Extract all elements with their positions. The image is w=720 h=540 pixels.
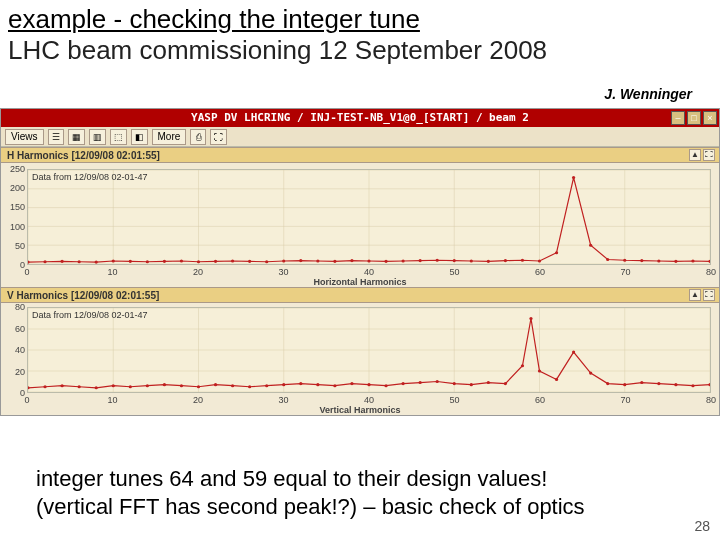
tool-icon-7[interactable]: ⛶ [210, 129, 227, 145]
svg-point-32 [316, 259, 319, 262]
svg-point-78 [163, 383, 166, 386]
svg-point-23 [163, 260, 166, 263]
svg-point-15 [28, 261, 30, 264]
views-dropdown[interactable]: Views [5, 129, 44, 145]
pane-icon[interactable]: ⛶ [703, 289, 715, 301]
svg-point-98 [504, 382, 507, 385]
svg-point-17 [60, 260, 63, 263]
svg-point-42 [487, 260, 490, 263]
svg-point-110 [691, 384, 694, 387]
tool-icon-5[interactable]: ◧ [131, 129, 148, 145]
svg-point-26 [214, 260, 217, 263]
titlebar: YASP DV LHCRING / INJ-TEST-NB_V1@0_[STAR… [1, 109, 719, 127]
more-dropdown[interactable]: More [152, 129, 187, 145]
svg-point-20 [112, 259, 115, 262]
titlebar-text: YASP DV LHCRING / INJ-TEST-NB_V1@0_[STAR… [191, 111, 529, 124]
pane-icon[interactable]: ▲ [689, 149, 701, 161]
v-chart: Data from 12/09/08 02-01-47 Vertical Har… [1, 303, 719, 415]
svg-point-105 [606, 382, 609, 385]
title-line2: LHC beam commissioning 12 September 2008 [8, 35, 712, 66]
svg-point-79 [180, 384, 183, 387]
svg-point-88 [333, 384, 336, 387]
svg-point-90 [367, 383, 370, 386]
close-button[interactable]: × [703, 111, 717, 125]
page-number: 28 [694, 518, 710, 534]
svg-point-109 [674, 383, 677, 386]
svg-point-101 [538, 369, 541, 372]
svg-point-54 [691, 259, 694, 262]
svg-point-94 [436, 380, 439, 383]
svg-point-35 [367, 259, 370, 262]
svg-point-71 [43, 385, 46, 388]
svg-point-82 [231, 384, 234, 387]
svg-point-18 [78, 260, 81, 263]
svg-point-83 [248, 385, 251, 388]
svg-point-49 [606, 258, 609, 261]
tool-icon-2[interactable]: ▦ [68, 129, 85, 145]
svg-point-75 [112, 384, 115, 387]
max-button[interactable]: □ [687, 111, 701, 125]
tool-icon-1[interactable]: ☰ [48, 129, 64, 145]
svg-point-97 [487, 381, 490, 384]
author: J. Wenninger [604, 86, 692, 102]
svg-point-46 [555, 251, 558, 254]
svg-point-47 [572, 176, 575, 179]
svg-point-30 [282, 259, 285, 262]
svg-point-50 [623, 259, 626, 262]
svg-point-77 [146, 384, 149, 387]
v-pane-header: V Harmonics [12/09/08 02:01:55] ▲ ⛶ [1, 287, 719, 303]
svg-point-73 [78, 385, 81, 388]
pane-icon[interactable]: ▲ [689, 289, 701, 301]
svg-point-43 [504, 259, 507, 262]
svg-point-96 [470, 383, 473, 386]
tool-icon-3[interactable]: ▥ [89, 129, 106, 145]
toolbar: Views ☰ ▦ ▥ ⬚ ◧ More ⎙ ⛶ [1, 127, 719, 147]
v-plot-area[interactable]: Data from 12/09/08 02-01-47 [27, 307, 711, 393]
window-controls: – □ × [671, 111, 717, 125]
svg-point-38 [419, 259, 422, 262]
h-pane-header: H Harmonics [12/09/08 02:01:55] ▲ ⛶ [1, 147, 719, 163]
v-pane-controls: ▲ ⛶ [689, 289, 715, 301]
tool-icon-4[interactable]: ⬚ [110, 129, 127, 145]
svg-point-34 [350, 259, 353, 262]
h-data-annotation: Data from 12/09/08 02-01-47 [32, 172, 148, 182]
svg-point-33 [333, 260, 336, 263]
svg-point-28 [248, 260, 251, 263]
svg-point-24 [180, 259, 183, 262]
svg-point-103 [572, 351, 575, 354]
svg-point-95 [453, 382, 456, 385]
svg-point-93 [419, 381, 422, 384]
svg-point-55 [708, 260, 710, 263]
svg-point-48 [589, 244, 592, 247]
caption: integer tunes 64 and 59 equal to their d… [36, 465, 585, 520]
svg-point-36 [384, 260, 387, 263]
slide-title: example - checking the integer tune LHC … [0, 0, 720, 66]
svg-point-22 [146, 260, 149, 263]
svg-point-111 [708, 383, 710, 386]
svg-point-44 [521, 259, 524, 262]
svg-point-70 [28, 386, 30, 389]
svg-point-92 [401, 382, 404, 385]
v-data-annotation: Data from 12/09/08 02-01-47 [32, 310, 148, 320]
h-chart: Data from 12/09/08 02-01-47 Horizontal H… [1, 163, 719, 287]
v-pane-title: V Harmonics [12/09/08 02:01:55] [7, 290, 159, 301]
v-line [28, 308, 710, 392]
h-pane-controls: ▲ ⛶ [689, 149, 715, 161]
svg-point-29 [265, 260, 268, 263]
tool-icon-6[interactable]: ⎙ [190, 129, 206, 145]
pane-icon[interactable]: ⛶ [703, 149, 715, 161]
svg-point-91 [384, 384, 387, 387]
h-plot-area[interactable]: Data from 12/09/08 02-01-47 [27, 169, 711, 265]
h-pane-title: H Harmonics [12/09/08 02:01:55] [7, 150, 160, 161]
caption-line2: (vertical FFT has second peak!?) – basic… [36, 493, 585, 521]
h-line [28, 170, 710, 264]
svg-point-87 [316, 383, 319, 386]
v-xlabel: Vertical Harmonics [1, 405, 719, 415]
svg-point-84 [265, 384, 268, 387]
svg-point-52 [657, 259, 660, 262]
svg-point-99 [521, 364, 524, 367]
svg-point-102 [555, 378, 558, 381]
svg-point-74 [95, 386, 98, 389]
svg-point-72 [60, 384, 63, 387]
min-button[interactable]: – [671, 111, 685, 125]
